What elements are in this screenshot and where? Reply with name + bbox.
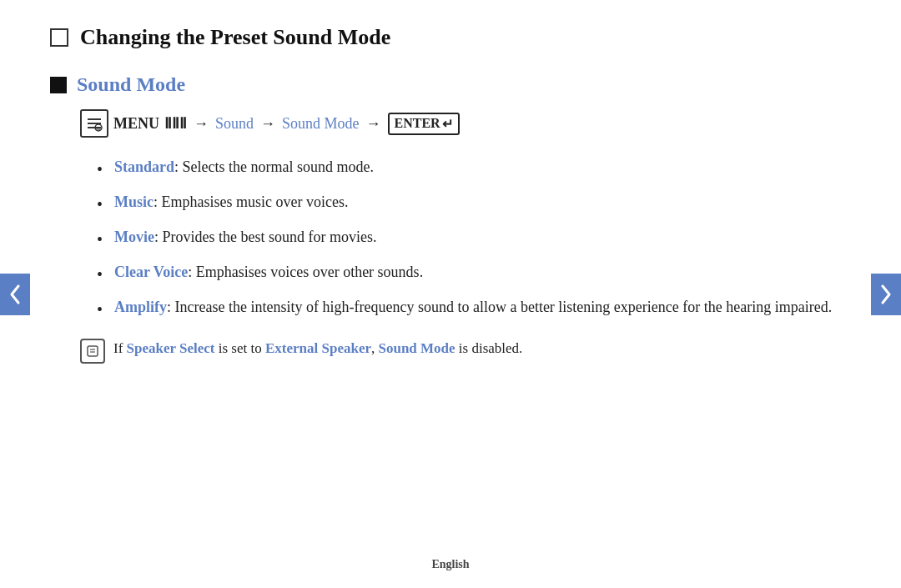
enter-label: ENTER bbox=[395, 116, 440, 131]
bullet-dot-4: • bbox=[97, 262, 103, 288]
bullet-dot-5: • bbox=[97, 297, 103, 323]
bullet-dot-1: • bbox=[97, 157, 103, 183]
list-item: • Amplify: Increase the intensity of hig… bbox=[97, 296, 834, 323]
bullet-content-1: Standard: Selects the normal sound mode. bbox=[114, 156, 374, 179]
menu-label-text: MENU bbox=[113, 115, 159, 133]
checkbox-icon bbox=[50, 28, 68, 47]
list-item: • Standard: Selects the normal sound mod… bbox=[97, 156, 834, 183]
note-text-before: If bbox=[113, 340, 127, 356]
bullet-term-4: Clear Voice bbox=[114, 264, 188, 280]
svg-text:m: m bbox=[96, 125, 101, 132]
menu-sound-link: Sound bbox=[215, 115, 254, 133]
svg-rect-0 bbox=[88, 118, 101, 120]
menu-arrow-1: → bbox=[194, 115, 209, 133]
section-title-text: Sound Mode bbox=[77, 73, 185, 96]
bullet-content-3: Movie: Provides the best sound for movie… bbox=[114, 226, 376, 249]
list-item: • Clear Voice: Emphasises voices over ot… bbox=[97, 261, 834, 288]
nav-arrow-right-button[interactable] bbox=[871, 274, 901, 315]
nav-arrow-left-button[interactable] bbox=[0, 274, 30, 315]
footer: English bbox=[0, 558, 901, 571]
list-item: • Music: Emphasises music over voices. bbox=[97, 191, 834, 218]
note-sound-mode: Sound Mode bbox=[378, 340, 455, 356]
note-external-speaker: External Speaker bbox=[265, 340, 371, 356]
chevron-right-icon bbox=[879, 284, 893, 304]
section-square-icon bbox=[50, 77, 67, 93]
bullet-desc-1: : Selects the normal sound mode. bbox=[174, 158, 374, 175]
footer-text: English bbox=[431, 558, 469, 570]
bullet-term-2: Music bbox=[114, 193, 154, 210]
menu-bars-symbol: ⅡⅡⅡ bbox=[164, 114, 187, 133]
menu-arrow-2: → bbox=[260, 115, 275, 133]
bullet-content-4: Clear Voice: Emphasises voices over othe… bbox=[114, 261, 423, 284]
menu-icon: m bbox=[80, 109, 108, 138]
page-title-text: Changing the Preset Sound Mode bbox=[80, 25, 390, 50]
bullet-desc-2: : Emphasises music over voices. bbox=[154, 193, 348, 210]
page-container: Changing the Preset Sound Mode Sound Mod… bbox=[0, 0, 901, 389]
bullet-dot-3: • bbox=[97, 227, 103, 253]
chevron-left-icon bbox=[8, 284, 22, 304]
note-text: If Speaker Select is set to External Spe… bbox=[113, 338, 522, 359]
page-title-row: Changing the Preset Sound Mode bbox=[50, 25, 834, 50]
enter-icon: ENTER↵ bbox=[388, 113, 460, 135]
note-icon bbox=[80, 339, 105, 364]
bullet-content-2: Music: Emphasises music over voices. bbox=[114, 191, 348, 214]
menu-finger-icon: m bbox=[86, 115, 103, 132]
bullet-term-5: Amplify bbox=[114, 299, 167, 315]
bullet-content-5: Amplify: Increase the intensity of high-… bbox=[114, 296, 832, 319]
bullet-desc-5: : Increase the intensity of high-frequen… bbox=[167, 299, 832, 315]
menu-arrow-3: → bbox=[366, 115, 381, 133]
bullet-desc-4: : Emphasises voices over other sounds. bbox=[188, 264, 423, 280]
note-speaker-select: Speaker Select bbox=[127, 340, 215, 356]
section-heading: Sound Mode bbox=[50, 73, 834, 96]
bullet-term-1: Standard bbox=[114, 158, 174, 175]
pencil-icon bbox=[85, 344, 100, 359]
bullet-desc-3: : Provides the best sound for movies. bbox=[154, 229, 376, 245]
note-text-mid1: is set to bbox=[215, 340, 265, 356]
list-item: • Movie: Provides the best sound for mov… bbox=[97, 226, 834, 253]
menu-path: m MENU ⅡⅡⅡ → Sound → Sound Mode → ENTER↵ bbox=[80, 109, 834, 138]
menu-sound-mode-link: Sound Mode bbox=[282, 115, 360, 133]
note-row: If Speaker Select is set to External Spe… bbox=[80, 338, 834, 364]
bullet-dot-2: • bbox=[97, 192, 103, 218]
bullet-list: • Standard: Selects the normal sound mod… bbox=[97, 156, 834, 323]
note-text-after: is disabled. bbox=[456, 340, 523, 356]
svg-rect-5 bbox=[88, 346, 98, 356]
bullet-term-3: Movie bbox=[114, 229, 154, 245]
checkbox-checkmark-icon bbox=[54, 33, 64, 43]
